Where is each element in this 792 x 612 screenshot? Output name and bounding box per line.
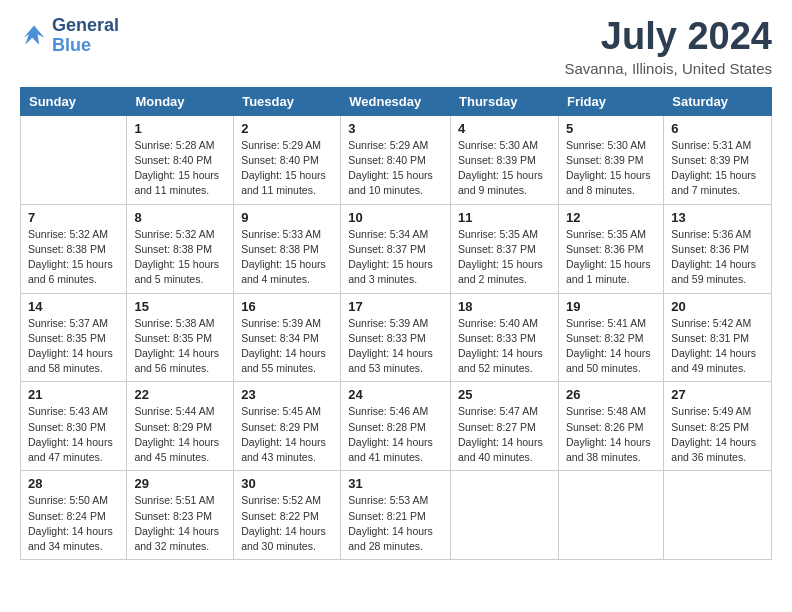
day-detail: Sunrise: 5:28 AM Sunset: 8:40 PM Dayligh…: [134, 138, 226, 199]
day-number: 16: [241, 299, 333, 314]
day-number: 5: [566, 121, 656, 136]
calendar-cell: 21Sunrise: 5:43 AM Sunset: 8:30 PM Dayli…: [21, 382, 127, 471]
logo-text-line2: Blue: [52, 36, 119, 56]
day-detail: Sunrise: 5:49 AM Sunset: 8:25 PM Dayligh…: [671, 404, 764, 465]
day-number: 3: [348, 121, 443, 136]
day-detail: Sunrise: 5:53 AM Sunset: 8:21 PM Dayligh…: [348, 493, 443, 554]
day-number: 19: [566, 299, 656, 314]
logo-text-line1: General: [52, 16, 119, 36]
day-detail: Sunrise: 5:33 AM Sunset: 8:38 PM Dayligh…: [241, 227, 333, 288]
day-number: 13: [671, 210, 764, 225]
calendar-cell: 9Sunrise: 5:33 AM Sunset: 8:38 PM Daylig…: [234, 204, 341, 293]
calendar-cell: 28Sunrise: 5:50 AM Sunset: 8:24 PM Dayli…: [21, 471, 127, 560]
day-number: 11: [458, 210, 551, 225]
day-detail: Sunrise: 5:35 AM Sunset: 8:37 PM Dayligh…: [458, 227, 551, 288]
calendar-cell: 5Sunrise: 5:30 AM Sunset: 8:39 PM Daylig…: [558, 115, 663, 204]
day-detail: Sunrise: 5:48 AM Sunset: 8:26 PM Dayligh…: [566, 404, 656, 465]
day-detail: Sunrise: 5:42 AM Sunset: 8:31 PM Dayligh…: [671, 316, 764, 377]
calendar-cell: 20Sunrise: 5:42 AM Sunset: 8:31 PM Dayli…: [664, 293, 772, 382]
day-number: 6: [671, 121, 764, 136]
day-number: 1: [134, 121, 226, 136]
day-detail: Sunrise: 5:30 AM Sunset: 8:39 PM Dayligh…: [566, 138, 656, 199]
calendar-cell: 4Sunrise: 5:30 AM Sunset: 8:39 PM Daylig…: [451, 115, 559, 204]
day-detail: Sunrise: 5:52 AM Sunset: 8:22 PM Dayligh…: [241, 493, 333, 554]
day-detail: Sunrise: 5:41 AM Sunset: 8:32 PM Dayligh…: [566, 316, 656, 377]
day-detail: Sunrise: 5:32 AM Sunset: 8:38 PM Dayligh…: [134, 227, 226, 288]
day-number: 21: [28, 387, 119, 402]
day-number: 4: [458, 121, 551, 136]
calendar-cell: 17Sunrise: 5:39 AM Sunset: 8:33 PM Dayli…: [341, 293, 451, 382]
title-area: July 2024 Savanna, Illinois, United Stat…: [564, 16, 772, 77]
day-number: 2: [241, 121, 333, 136]
logo: General Blue: [20, 16, 119, 56]
day-detail: Sunrise: 5:46 AM Sunset: 8:28 PM Dayligh…: [348, 404, 443, 465]
day-number: 24: [348, 387, 443, 402]
header: General Blue July 2024 Savanna, Illinois…: [20, 16, 772, 77]
day-detail: Sunrise: 5:38 AM Sunset: 8:35 PM Dayligh…: [134, 316, 226, 377]
calendar-cell: 26Sunrise: 5:48 AM Sunset: 8:26 PM Dayli…: [558, 382, 663, 471]
week-row-1: 7Sunrise: 5:32 AM Sunset: 8:38 PM Daylig…: [21, 204, 772, 293]
calendar-cell: 2Sunrise: 5:29 AM Sunset: 8:40 PM Daylig…: [234, 115, 341, 204]
calendar-cell: [21, 115, 127, 204]
calendar-cell: 24Sunrise: 5:46 AM Sunset: 8:28 PM Dayli…: [341, 382, 451, 471]
calendar-cell: 10Sunrise: 5:34 AM Sunset: 8:37 PM Dayli…: [341, 204, 451, 293]
day-number: 30: [241, 476, 333, 491]
day-detail: Sunrise: 5:45 AM Sunset: 8:29 PM Dayligh…: [241, 404, 333, 465]
week-row-4: 28Sunrise: 5:50 AM Sunset: 8:24 PM Dayli…: [21, 471, 772, 560]
calendar-cell: 8Sunrise: 5:32 AM Sunset: 8:38 PM Daylig…: [127, 204, 234, 293]
day-number: 23: [241, 387, 333, 402]
day-number: 28: [28, 476, 119, 491]
day-detail: Sunrise: 5:47 AM Sunset: 8:27 PM Dayligh…: [458, 404, 551, 465]
location: Savanna, Illinois, United States: [564, 60, 772, 77]
day-number: 17: [348, 299, 443, 314]
calendar-cell: 18Sunrise: 5:40 AM Sunset: 8:33 PM Dayli…: [451, 293, 559, 382]
calendar-cell: 22Sunrise: 5:44 AM Sunset: 8:29 PM Dayli…: [127, 382, 234, 471]
week-row-0: 1Sunrise: 5:28 AM Sunset: 8:40 PM Daylig…: [21, 115, 772, 204]
header-monday: Monday: [127, 87, 234, 115]
calendar-cell: 29Sunrise: 5:51 AM Sunset: 8:23 PM Dayli…: [127, 471, 234, 560]
day-number: 14: [28, 299, 119, 314]
day-detail: Sunrise: 5:51 AM Sunset: 8:23 PM Dayligh…: [134, 493, 226, 554]
calendar-cell: 15Sunrise: 5:38 AM Sunset: 8:35 PM Dayli…: [127, 293, 234, 382]
day-number: 7: [28, 210, 119, 225]
day-number: 31: [348, 476, 443, 491]
day-number: 10: [348, 210, 443, 225]
day-detail: Sunrise: 5:40 AM Sunset: 8:33 PM Dayligh…: [458, 316, 551, 377]
calendar-cell: 16Sunrise: 5:39 AM Sunset: 8:34 PM Dayli…: [234, 293, 341, 382]
logo-icon: [20, 22, 48, 50]
day-number: 22: [134, 387, 226, 402]
day-detail: Sunrise: 5:44 AM Sunset: 8:29 PM Dayligh…: [134, 404, 226, 465]
day-number: 20: [671, 299, 764, 314]
calendar-cell: 14Sunrise: 5:37 AM Sunset: 8:35 PM Dayli…: [21, 293, 127, 382]
calendar-cell: 31Sunrise: 5:53 AM Sunset: 8:21 PM Dayli…: [341, 471, 451, 560]
calendar-cell: 11Sunrise: 5:35 AM Sunset: 8:37 PM Dayli…: [451, 204, 559, 293]
calendar-cell: 19Sunrise: 5:41 AM Sunset: 8:32 PM Dayli…: [558, 293, 663, 382]
calendar-cell: 23Sunrise: 5:45 AM Sunset: 8:29 PM Dayli…: [234, 382, 341, 471]
calendar-cell: 7Sunrise: 5:32 AM Sunset: 8:38 PM Daylig…: [21, 204, 127, 293]
day-detail: Sunrise: 5:31 AM Sunset: 8:39 PM Dayligh…: [671, 138, 764, 199]
day-number: 29: [134, 476, 226, 491]
calendar-cell: 3Sunrise: 5:29 AM Sunset: 8:40 PM Daylig…: [341, 115, 451, 204]
day-detail: Sunrise: 5:30 AM Sunset: 8:39 PM Dayligh…: [458, 138, 551, 199]
day-detail: Sunrise: 5:39 AM Sunset: 8:34 PM Dayligh…: [241, 316, 333, 377]
month-title: July 2024: [564, 16, 772, 58]
day-detail: Sunrise: 5:34 AM Sunset: 8:37 PM Dayligh…: [348, 227, 443, 288]
header-sunday: Sunday: [21, 87, 127, 115]
day-number: 12: [566, 210, 656, 225]
day-number: 18: [458, 299, 551, 314]
calendar-table: Sunday Monday Tuesday Wednesday Thursday…: [20, 87, 772, 560]
day-number: 9: [241, 210, 333, 225]
header-tuesday: Tuesday: [234, 87, 341, 115]
calendar-cell: 6Sunrise: 5:31 AM Sunset: 8:39 PM Daylig…: [664, 115, 772, 204]
header-friday: Friday: [558, 87, 663, 115]
svg-marker-0: [24, 25, 45, 44]
day-detail: Sunrise: 5:32 AM Sunset: 8:38 PM Dayligh…: [28, 227, 119, 288]
page: General Blue July 2024 Savanna, Illinois…: [0, 0, 792, 612]
header-thursday: Thursday: [451, 87, 559, 115]
calendar-cell: 27Sunrise: 5:49 AM Sunset: 8:25 PM Dayli…: [664, 382, 772, 471]
calendar-cell: [664, 471, 772, 560]
day-detail: Sunrise: 5:37 AM Sunset: 8:35 PM Dayligh…: [28, 316, 119, 377]
day-detail: Sunrise: 5:36 AM Sunset: 8:36 PM Dayligh…: [671, 227, 764, 288]
day-number: 8: [134, 210, 226, 225]
day-number: 27: [671, 387, 764, 402]
